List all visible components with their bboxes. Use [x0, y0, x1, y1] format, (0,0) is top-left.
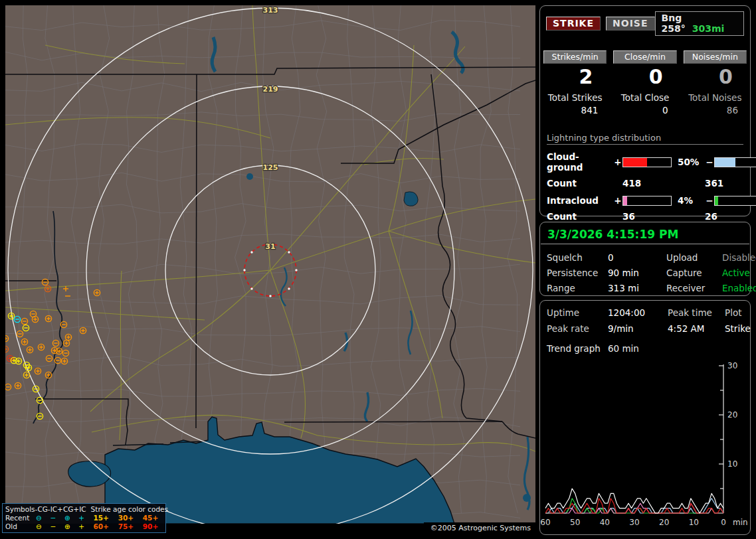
upload-label: Upload: [666, 252, 722, 263]
cg-minus-count: 361: [705, 178, 743, 189]
legend-recent-row: Recent ⊖ − ⊕ + 15+ 30+ 45+: [5, 514, 163, 522]
plot-value: Strike: [725, 323, 751, 334]
peak-rate-value: 9/min: [608, 323, 668, 334]
map-panel: 31321912531 Symbols -CG -IC +CG +IC Stri…: [5, 5, 535, 534]
ic-minus-bar-fill: [715, 196, 718, 205]
intracloud-label: Intracloud: [547, 195, 613, 206]
legend-old-label: Old: [5, 522, 32, 531]
cg-minus-recent-icon: ⊖: [32, 514, 46, 522]
strikes-per-min-value: 2: [540, 64, 610, 88]
legend-old-row: Old ⊖ − ⊕ + 60+ 75+ 90+: [5, 522, 163, 531]
svg-text:20: 20: [659, 518, 669, 527]
uptime-label: Uptime: [547, 307, 608, 318]
ic-plus-recent-icon: +: [74, 514, 88, 522]
ic-plus-bar-fill: [623, 196, 627, 205]
trend-graph-setting: Trend graph 60 min: [540, 334, 750, 354]
cg-minus-bar-fill: [715, 158, 735, 167]
svg-text:min: min: [733, 518, 748, 527]
ic-count-label: Count: [547, 211, 613, 222]
cg-minus-old-icon: ⊖: [32, 522, 46, 531]
ic-plus-count: 36: [622, 211, 705, 222]
total-strikes-value: 841: [540, 103, 610, 116]
peak-time-value: 4:52 AM: [668, 323, 725, 334]
strikes-counter: Strikes/min 2 Total Strikes 841: [540, 50, 610, 116]
cloud-ground-row: Cloud-ground + 50% − 43%: [547, 151, 743, 173]
uptime-value: 1204:00: [608, 307, 668, 318]
lightning-tracker-app: { "map": { "copyright": "©2005 Astrogeni…: [0, 0, 756, 539]
bearing-readout: Bng 258°303mi: [655, 11, 744, 36]
distribution-header: Lightning type distribution: [547, 133, 743, 145]
noises-per-min-value: 0: [680, 64, 750, 88]
svg-text:60: 60: [540, 518, 550, 527]
persistence-label: Persistence: [547, 268, 608, 278]
noises-per-min-chip[interactable]: Noises/min: [684, 50, 747, 64]
cg-count-label: Count: [547, 178, 613, 189]
bearing-distance: 303mi: [692, 23, 725, 34]
range-label: Range: [547, 283, 608, 293]
age-90: 90+: [138, 522, 163, 531]
range-value: 313 mi: [608, 283, 666, 293]
total-noises-value: 86: [680, 103, 750, 116]
age-15: 15+: [88, 514, 113, 522]
ic-plus-old-icon: +: [74, 522, 88, 531]
strike-counters-panel: STRIKE NOISE Bng 258°303mi Strikes/min 2…: [539, 5, 751, 216]
receiver-status: Enabled: [722, 283, 756, 293]
total-close-label: Total Close: [610, 88, 680, 103]
ic-minus-recent-icon: −: [46, 514, 60, 522]
age-60: 60+: [88, 522, 113, 531]
noise-mode-button[interactable]: NOISE: [606, 17, 654, 31]
plus-sign: +: [613, 195, 622, 206]
cloud-ground-label: Cloud-ground: [547, 151, 613, 173]
ic-minus-old-icon: −: [46, 522, 60, 531]
svg-text:10: 10: [727, 459, 737, 469]
ic-minus-count: 26: [705, 211, 743, 222]
minus-sign: −: [705, 195, 714, 206]
svg-text:20: 20: [727, 410, 737, 420]
persistence-value: 90 min: [608, 268, 666, 278]
strikes-per-min-chip[interactable]: Strikes/min: [543, 50, 607, 64]
legend-col-pos-cg: +CG: [57, 505, 73, 514]
stats-grid: Uptime 1204:00 Peak time Plot Peak rate …: [540, 301, 750, 334]
svg-text:31: 31: [265, 242, 275, 251]
svg-text:219: 219: [263, 85, 278, 94]
total-close-value: 0: [610, 103, 680, 116]
settings-grid: Squelch 0 Upload Disabled Persistence 90…: [540, 244, 750, 293]
age-75: 75+: [114, 522, 138, 531]
legend-age-title: Strike age color codes: [86, 505, 168, 514]
age-30: 30+: [114, 514, 138, 522]
ic-plus-pct: 4%: [674, 195, 705, 206]
cloud-ground-counts: Count 418 361: [547, 178, 743, 189]
squelch-label: Squelch: [547, 252, 608, 263]
svg-text:30: 30: [629, 518, 639, 527]
close-per-min-value: 0: [610, 64, 680, 88]
datetime-display: 3/3/2026 4:15:19 PM: [541, 222, 749, 244]
rate-counters: Strikes/min 2 Total Strikes 841 Close/mi…: [540, 50, 750, 116]
ic-minus-bar: [714, 196, 756, 206]
status-panel: 3/3/2026 4:15:19 PM Squelch 0 Upload Dis…: [539, 222, 751, 296]
total-strikes-label: Total Strikes: [540, 88, 610, 103]
legend-col-pos-ic: +IC: [73, 505, 86, 514]
cg-plus-recent-icon: ⊕: [60, 514, 74, 522]
svg-text:125: 125: [263, 163, 278, 172]
squelch-value: 0: [608, 252, 666, 263]
svg-text:40: 40: [600, 518, 610, 527]
legend-symbols-title: Symbols: [5, 505, 35, 514]
cg-plus-count: 418: [622, 178, 705, 189]
receiver-label: Receiver: [666, 283, 722, 293]
legend-col-neg-ic: -IC: [48, 505, 57, 514]
cg-plus-pct: 50%: [674, 157, 705, 167]
upload-status: Disabled: [722, 252, 756, 263]
intracloud-row: Intracloud + 4% − 3%: [547, 195, 743, 206]
svg-text:30: 30: [727, 361, 737, 370]
stats-trend-panel: Uptime 1204:00 Peak time Plot Peak rate …: [539, 300, 751, 535]
svg-text:50: 50: [570, 518, 580, 527]
close-per-min-chip[interactable]: Close/min: [613, 50, 676, 64]
capture-label: Capture: [666, 268, 722, 278]
map-canvas[interactable]: 31321912531: [5, 5, 535, 524]
strike-mode-button[interactable]: STRIKE: [546, 17, 601, 31]
peak-time-label: Peak time: [668, 307, 725, 318]
plot-label: Plot: [725, 307, 751, 318]
svg-text:10: 10: [689, 518, 699, 527]
cg-plus-bar-fill: [623, 158, 647, 167]
trend-graph[interactable]: 1020306050403020100min: [540, 358, 751, 532]
